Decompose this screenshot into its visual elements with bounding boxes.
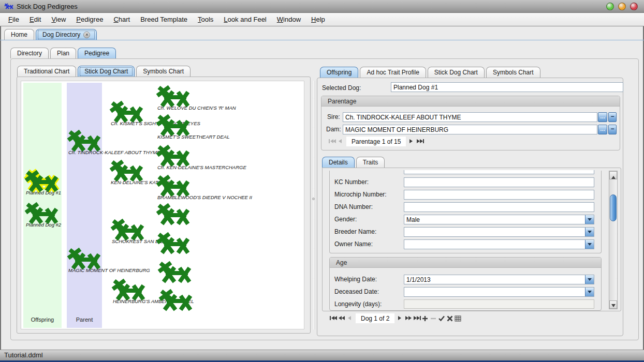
tab-offspring[interactable]: Offspring xyxy=(320,67,358,78)
menu-look-and-feel[interactable]: Look and Feel xyxy=(218,13,271,25)
doc-tab-home[interactable]: Home xyxy=(4,29,34,40)
dog-record-navigator: Dog 1 of 2 xyxy=(329,313,462,323)
stick-dog-icon[interactable] xyxy=(157,262,192,284)
prev-fast-icon[interactable] xyxy=(338,314,346,323)
deceased-date-combo[interactable] xyxy=(404,287,594,297)
stick-dog-icon[interactable] xyxy=(156,233,190,255)
next-fast-icon[interactable] xyxy=(404,314,413,323)
tab-traditional-chart[interactable]: Traditional Chart xyxy=(17,66,76,77)
menu-window[interactable]: Window xyxy=(272,13,306,25)
tab-directory[interactable]: Directory xyxy=(10,48,49,58)
tab-symbols-chart[interactable]: Symbols Chart xyxy=(136,66,191,77)
tab-label: Ad hoc Trait Profile xyxy=(367,69,419,76)
last-icon[interactable] xyxy=(413,314,421,323)
last-icon[interactable] xyxy=(416,137,424,146)
tab-stick-dog-chart[interactable]: Stick Dog Chart xyxy=(78,66,135,77)
breeder-name-label: Breeder Name: xyxy=(334,228,376,235)
gender-label: Gender: xyxy=(334,216,357,223)
prev-icon xyxy=(336,137,345,146)
stick-dog-chart: OffspringParentPlanned Dog #1Planned Dog… xyxy=(21,81,304,329)
menu-pedigree[interactable]: Pedigree xyxy=(71,13,108,25)
stick-dog-icon[interactable] xyxy=(158,290,193,312)
next-icon[interactable] xyxy=(407,137,416,146)
dna-number-field[interactable] xyxy=(404,202,594,212)
kc-number-field[interactable] xyxy=(404,177,594,187)
dam-field[interactable]: MAGIC MOMENT OF HEINERBURG xyxy=(343,125,597,134)
doc-tab-dog-directory[interactable]: Dog Directory× xyxy=(36,29,97,40)
next-icon[interactable] xyxy=(396,314,404,323)
whelping-date-label: Whelping Date: xyxy=(334,276,377,283)
scroll-down-icon[interactable] xyxy=(609,300,617,309)
chart-tab-bar: Traditional ChartStick Dog ChartSymbols … xyxy=(17,66,192,77)
tab-details[interactable]: Details xyxy=(322,157,355,168)
minimize-button[interactable] xyxy=(606,3,614,10)
tab-plan[interactable]: Plan xyxy=(50,48,76,58)
kc-number-label: KC Number: xyxy=(334,178,369,186)
tab-label: Stick Dog Chart xyxy=(84,68,128,75)
dam-label: Dam: xyxy=(326,126,341,133)
open-file-name: Tutorial.ddml xyxy=(4,351,43,359)
menu-view[interactable]: View xyxy=(46,13,71,25)
longevity-label: Longevity (days): xyxy=(334,300,382,308)
grid-icon[interactable] xyxy=(454,314,462,323)
selected-dog-field[interactable]: Planned Dog #1 xyxy=(391,82,623,92)
close-button[interactable] xyxy=(630,3,638,10)
tab-symbols-chart[interactable]: Symbols Chart xyxy=(486,67,540,78)
microchip-number-label: Microchip Number: xyxy=(334,191,387,198)
tab-stick-dog-chart[interactable]: Stick Dog Chart xyxy=(428,67,485,78)
tab-label: Directory xyxy=(17,50,42,57)
menu-breed-template[interactable]: Breed Template xyxy=(135,13,193,25)
owner-name-combo[interactable] xyxy=(404,239,594,249)
scrollbar-thumb[interactable] xyxy=(610,194,617,221)
menu-file[interactable]: File xyxy=(3,13,24,25)
dog-name-label: Planned Dog #1 xyxy=(26,190,61,195)
whelping-date-combo[interactable]: 1/1/2013 xyxy=(404,275,594,284)
view-tab-bar: DirectoryPlanPedigree xyxy=(10,47,118,58)
status-bar: Tutorial.ddml xyxy=(0,350,644,360)
menu-chart[interactable]: Chart xyxy=(108,13,135,25)
first-icon[interactable] xyxy=(329,314,338,323)
stick-dog-icon[interactable] xyxy=(156,204,190,227)
close-icon[interactable]: × xyxy=(83,32,90,38)
chevron-down-icon[interactable] xyxy=(585,288,594,296)
sire-field[interactable]: Ch. TINDROCK-KALEEF ABOUT THYME xyxy=(343,112,597,122)
panel-splitter[interactable] xyxy=(312,81,315,329)
tab-label: Offspring xyxy=(327,69,352,76)
tab-ad-hoc-trait-profile[interactable]: Ad hoc Trait Profile xyxy=(360,67,426,78)
microchip-number-field[interactable] xyxy=(404,190,594,200)
document-tab-bar: HomeDog Directory× xyxy=(4,27,98,40)
chevron-down-icon[interactable] xyxy=(585,275,594,284)
dog-name-label: BRAMBLEWOOD'S DIEDRE V NOCHEE II xyxy=(157,194,252,200)
tab-label: Plan xyxy=(57,50,69,57)
dog-name-label: Ch. TINDROCK-KALEEF ABOUT THYME xyxy=(68,149,160,155)
details-scrollbar[interactable] xyxy=(609,171,618,309)
first-icon xyxy=(328,137,336,146)
gender-combo[interactable]: Male xyxy=(404,215,594,224)
chevron-down-icon[interactable] xyxy=(585,228,594,236)
breeder-name-combo[interactable] xyxy=(404,227,594,237)
splitter-handle-icon[interactable] xyxy=(312,198,315,200)
chevron-down-icon[interactable] xyxy=(585,215,594,224)
scroll-up-icon[interactable] xyxy=(609,171,617,179)
window-title: Stick Dog Pedigrees xyxy=(17,3,78,10)
menu-tools[interactable]: Tools xyxy=(193,13,218,25)
maximize-button[interactable] xyxy=(618,3,626,10)
record-position-label: Dog 1 of 2 xyxy=(356,313,394,323)
menu-help[interactable]: Help xyxy=(306,13,330,25)
dam-lookup-button[interactable]: … xyxy=(598,125,607,134)
tab-label: Home xyxy=(11,31,27,38)
app-dog-icon xyxy=(4,3,13,9)
add-icon[interactable] xyxy=(421,314,429,323)
sire-lookup-button[interactable]: … xyxy=(598,112,607,122)
commit-icon[interactable] xyxy=(437,314,446,323)
sire-remove-button[interactable]: − xyxy=(608,112,617,122)
cancel-icon[interactable] xyxy=(446,314,454,323)
tab-traits[interactable]: Traits xyxy=(356,157,385,168)
dog-name-label: Ch. WELOVE DU CHIEN'S 'R' MAN xyxy=(157,105,236,111)
chevron-down-icon[interactable] xyxy=(585,240,594,249)
menu-edit[interactable]: Edit xyxy=(24,13,46,25)
dog-name-label: MAGIC MOMENT OF HEINERBURG xyxy=(68,267,150,273)
dam-remove-button[interactable]: − xyxy=(608,125,617,134)
parentage-group-title: Parentage xyxy=(321,96,620,107)
tab-pedigree[interactable]: Pedigree xyxy=(78,48,116,58)
